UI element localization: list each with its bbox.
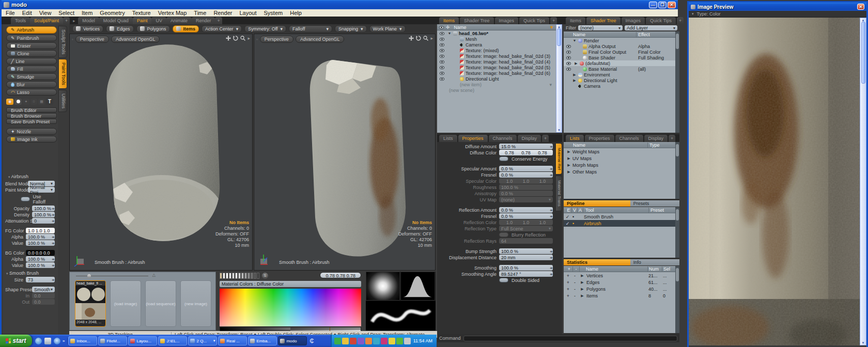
expander-icon[interactable]: ▶ [567,163,571,167]
tab-render[interactable]: Render [192,17,215,24]
menu-select[interactable]: Select [58,10,74,16]
orbit-icon[interactable] [233,36,238,41]
new-item-row[interactable]: (new item) [460,82,482,87]
task-group[interactable]: 2 Q...▾ [188,336,217,345]
tab-pipeline[interactable]: Pipeline [564,200,630,207]
filter-icon[interactable]: ▼ [549,25,554,30]
color-swatch[interactable] [244,273,247,279]
displacement-distance-field[interactable]: 20 mm◂▸ [499,255,553,260]
image-ink-button[interactable]: Image Ink [6,136,57,143]
eye-icon[interactable] [566,68,571,71]
swatch-settings-button[interactable]: S [262,273,268,279]
shader-row-label[interactable]: Render [584,38,599,43]
vertices-button[interactable]: Vertices [72,25,103,33]
list-item[interactable]: Weight Maps [572,149,599,154]
tab-items[interactable]: Items [566,17,585,24]
uv-map-dropdown[interactable]: (none) [499,197,553,202]
eye-icon[interactable] [440,49,444,52]
task-embarcadero[interactable]: Emba... [248,336,277,345]
shader-row-label[interactable]: Base Material [588,67,617,72]
command-input[interactable] [463,336,677,341]
task-filemaker[interactable]: FileM... [98,336,127,345]
taskbar-clock[interactable]: 11:54 AM [413,338,432,343]
diffuse-color-field[interactable]: 0.780.780.78 [499,150,553,155]
symmetry-dropdown[interactable]: Symmetry: Off▾ [244,25,286,33]
menu-item[interactable]: Item [82,10,92,16]
tab-lists[interactable]: Lists [566,135,584,142]
item-label[interactable]: Camera [466,42,482,48]
tab-shader-tree[interactable]: Shader Tree [460,17,494,24]
expander-icon[interactable]: ▶ [572,73,577,77]
expander-icon[interactable]: ▶ [580,287,584,291]
reflection-amount-field[interactable]: 0.0 %◂▸ [499,207,553,213]
minimize-button[interactable]: — [649,2,657,8]
eye-icon[interactable] [566,62,571,65]
tab-info[interactable]: Info [630,259,679,265]
tool-paintbrush[interactable]: ✎Paintbrush [6,35,57,41]
tool-airbrush[interactable]: ✎Airbrush [6,26,57,34]
viewport-rotate-handle-icon[interactable]: ◦ [256,37,258,42]
add-layer-dropdown[interactable]: Add Layer [625,25,677,30]
menu-time[interactable]: Time [194,10,206,16]
items-button[interactable]: Items [173,25,199,33]
tool-lasso[interactable]: ◠Lasso [6,89,57,96]
tab-display[interactable]: Display [518,135,541,142]
menu-texture[interactable]: Texture [132,10,151,16]
viewport-style-dropdown[interactable]: Perspective [260,36,293,43]
list-item[interactable]: Morph Maps [572,163,598,168]
item-label[interactable]: head_06.lwo* [459,31,488,36]
tool-line[interactable]: ╱Line [6,58,57,65]
color-swatch[interactable] [235,273,238,279]
tab-model[interactable]: Model [78,17,99,24]
expander-icon[interactable]: ▶ [567,156,571,161]
shader-row-label[interactable]: Directional Light [584,78,617,83]
pan-icon[interactable] [226,36,231,41]
save-brush-preset-button[interactable]: Save Brush Preset [6,119,57,124]
color-swatch[interactable] [220,273,222,279]
expander-icon[interactable]: ▶ [580,294,584,298]
pipeline-row[interactable]: ✓ • Smooth Brush [564,213,675,220]
expander-icon[interactable]: ▶ [574,61,578,66]
shader-row-label[interactable]: Base Shader [588,55,615,60]
menu-edit[interactable]: Edit [22,10,32,16]
tab-material-ref[interactable]: Material Ref [555,143,562,175]
eye-icon[interactable] [440,43,444,46]
tab-add-center[interactable]: + [215,17,222,24]
menu-render[interactable]: Render [213,10,232,16]
menu-layout[interactable]: Layout [239,10,256,16]
item-label[interactable]: Texture: Image: head_bake_final_02d (5) [466,65,550,70]
menu-help[interactable]: Help [290,10,302,16]
list-item[interactable]: Other Maps [572,169,597,175]
tab-add[interactable]: + [550,17,557,24]
eye-icon[interactable] [440,77,444,81]
tab-paint[interactable]: Paint [133,17,152,24]
tool-fill[interactable]: Fill [6,66,57,72]
color-swatch[interactable] [232,273,235,279]
expander-icon[interactable]: ▶ [580,274,584,278]
viewport-menu-arrow-icon[interactable]: ▸ [247,36,250,41]
thumbnail-size-slider[interactable]: △ [76,274,152,278]
tab-statistics[interactable]: Statistics [564,259,630,265]
menu-view[interactable]: View [39,10,52,16]
section-expander-icon[interactable]: ▾ [8,175,10,179]
shader-row-label[interactable]: Alpha Output [588,44,616,49]
image-preview-scrollbar[interactable]: ▲ ▼ [860,18,866,345]
clip-thumbnail-selected[interactable]: head_bake_fi ... 2048 x 2048, ... [75,280,106,327]
select-minus-button[interactable]: - [571,287,578,292]
soft-brush-tip-button[interactable] [6,99,13,105]
conserve-energy-toggle[interactable] [499,156,508,161]
select-minus-button[interactable]: - [571,280,578,285]
tab-sculpt-paint[interactable]: Sculpt/Paint [30,17,63,24]
tool-clone[interactable]: Clone [6,50,57,57]
shader-row-label[interactable]: Final Color Output [588,50,626,55]
tab-channels[interactable]: Channels [615,135,643,142]
shader-row-label[interactable]: (defaultMat) [585,61,610,66]
menu-geometry[interactable]: Geometry [100,10,125,16]
specular-amount-field[interactable]: 0.0 %◂▸ [499,166,553,171]
use-falloff-toggle[interactable] [21,197,30,201]
select-minus-button[interactable]: - [571,273,578,278]
close-button[interactable]: ✕ [668,2,676,8]
brush-browser-button[interactable]: Brush Browser [6,113,57,118]
tab-add[interactable]: + [542,135,549,142]
expander-icon[interactable]: ▶ [580,280,584,285]
